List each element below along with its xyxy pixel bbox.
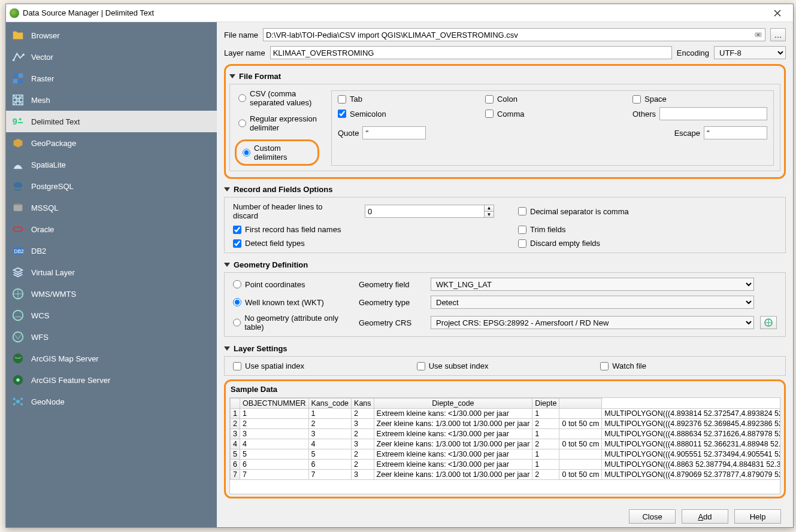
clear-filename-button[interactable] <box>753 30 763 39</box>
cb-spatial-index[interactable]: Use spatial index <box>233 361 412 370</box>
layer-name-input[interactable] <box>270 46 672 59</box>
table-row[interactable]: 1112Extreem kleine kans: <1/30.000 per j… <box>231 409 781 419</box>
select-crs-button[interactable] <box>760 316 777 329</box>
table-row[interactable]: 3332Extreem kleine kans: <1/30.000 per j… <box>231 429 781 439</box>
geom-field-combo[interactable]: WKT_LNG_LAT <box>431 278 754 291</box>
cb-subset-index[interactable]: Use subset index <box>417 361 596 370</box>
geometry-toggle[interactable]: Geometry Definition <box>224 258 786 271</box>
row-number: 4 <box>231 439 240 449</box>
table-cell: Zeer kleine kans: 1/3.000 tot 1/30.000 p… <box>374 419 532 429</box>
arcgis-map-icon <box>11 351 25 366</box>
row-number: 3 <box>231 429 240 439</box>
quote-input[interactable] <box>362 126 426 139</box>
sidebar-item-postgresql[interactable]: PostgreSQL <box>6 175 217 197</box>
cb-tab[interactable]: Tab <box>338 95 476 104</box>
table-header[interactable]: Diepte <box>532 399 559 409</box>
cb-decimal-comma[interactable]: Decimal separator is comma <box>518 207 779 216</box>
file-format-panel: CSV (comma separated values) Regular exp… <box>229 84 780 171</box>
table-header[interactable] <box>231 399 240 409</box>
record-toggle[interactable]: Record and Fields Options <box>224 183 786 196</box>
sidebar-item-delimited-text[interactable]: 9 Delimited Text <box>6 111 217 132</box>
table-cell: 2 <box>532 470 559 480</box>
spin-up-icon[interactable]: ▲ <box>485 205 494 212</box>
sidebar-item-mesh[interactable]: Mesh <box>6 89 217 111</box>
cb-first-record[interactable]: First record has field names <box>233 225 494 234</box>
table-row[interactable]: 5552Extreem kleine kans: <1/30.000 per j… <box>231 449 781 460</box>
sidebar-item-oracle[interactable]: Oracle <box>6 218 217 240</box>
table-cell: MULTIPOLYGON(((4.888634 52.371626,4.8879… <box>602 429 780 439</box>
radio-wkt[interactable]: Well known text (WKT) <box>233 298 353 307</box>
sidebar-item-spatialite[interactable]: SpatiaLite <box>6 154 217 175</box>
table-row[interactable]: 2223Zeer kleine kans: 1/3.000 tot 1/30.0… <box>231 419 781 429</box>
sidebar-item-mssql[interactable]: MSSQL <box>6 197 217 218</box>
cb-semicolon[interactable]: Semicolon <box>338 110 476 118</box>
close-button[interactable] <box>765 4 789 22</box>
geom-crs-combo[interactable]: Project CRS: EPSG:28992 - Amersfoort / R… <box>431 316 754 329</box>
arcgis-feature-icon <box>11 373 25 387</box>
layer-name-row: Layer name Encoding UTF-8 <box>224 46 786 59</box>
radio-custom[interactable]: Custom delimiters <box>243 144 311 162</box>
sidebar-item-wfs[interactable]: WFS <box>6 326 217 348</box>
sidebar-item-db2[interactable]: DB2 DB2 <box>6 240 217 262</box>
table-header[interactable]: Kans_code <box>308 399 352 409</box>
sidebar-item-virtual-layer[interactable]: Virtual Layer <box>6 262 217 283</box>
browse-button[interactable]: … <box>770 28 786 41</box>
radio-csv[interactable]: CSV (comma separated values) <box>238 89 319 107</box>
table-cell: Extreem kleine kans: <1/30.000 per jaar <box>374 429 532 439</box>
geom-field-label: Geometry field <box>359 280 425 289</box>
sidebar-item-vector[interactable]: Vector <box>6 46 217 68</box>
cb-comma[interactable]: Comma <box>485 110 623 118</box>
table-cell: 0 tot 50 cm <box>559 439 602 449</box>
file-format-toggle[interactable]: File Format <box>229 69 780 83</box>
sample-table-scroll[interactable]: OBJECTNUMMERKans_codeKansDiepte_codeDiep… <box>229 397 780 494</box>
add-button[interactable]: Add <box>682 509 728 524</box>
wfs-icon <box>11 330 25 344</box>
geom-type-combo[interactable]: Detect <box>431 296 754 309</box>
row-number: 1 <box>231 409 240 419</box>
mssql-icon <box>11 200 25 215</box>
cb-watch-file[interactable]: Watch file <box>600 361 779 370</box>
header-lines-input[interactable] <box>365 205 485 218</box>
radio-no-geom[interactable]: No geometry (attribute only table) <box>233 314 353 332</box>
cb-discard-empty[interactable]: Discard empty fields <box>518 239 779 248</box>
table-header[interactable] <box>559 399 602 409</box>
sidebar-item-browser[interactable]: Browser <box>6 25 217 46</box>
sidebar-item-geopackage[interactable]: GeoPackage <box>6 132 217 154</box>
file-name-input[interactable] <box>263 28 765 41</box>
layer-settings-section: Layer Settings Use spatial index Use sub… <box>224 342 786 376</box>
sidebar-item-geonode[interactable]: GeoNode <box>6 391 217 412</box>
close-dialog-button[interactable]: Close <box>629 509 676 524</box>
table-cell: 1 <box>240 409 308 419</box>
record-section: Record and Fields Options Number of head… <box>224 183 786 253</box>
table-header[interactable]: OBJECTNUMMER <box>240 399 308 409</box>
sidebar-item-wms-wmts[interactable]: WMS/WMTS <box>6 283 217 305</box>
cb-colon[interactable]: Colon <box>485 95 623 104</box>
radio-point[interactable]: Point coordinates <box>233 280 353 289</box>
sidebar-item-arcgis-map-server[interactable]: ArcGIS Map Server <box>6 348 217 369</box>
svg-text:9: 9 <box>13 117 17 126</box>
table-cell: 2 <box>352 460 374 470</box>
geometry-title: Geometry Definition <box>234 260 308 269</box>
radio-regex[interactable]: Regular expression delimiter <box>238 114 319 132</box>
cb-detect[interactable]: Detect field types <box>233 239 494 248</box>
header-lines-spin[interactable]: ▲▼ <box>365 205 494 218</box>
sidebar-item-raster[interactable]: Raster <box>6 68 217 89</box>
help-button[interactable]: Help <box>734 509 781 524</box>
others-input[interactable] <box>659 107 767 120</box>
wcs-icon <box>11 308 25 323</box>
table-row[interactable]: 6662Extreem kleine kans: <1/30.000 per j… <box>231 460 781 470</box>
cb-space[interactable]: Space <box>632 95 767 104</box>
sidebar-item-arcgis-feature-server[interactable]: ArcGIS Feature Server <box>6 369 217 391</box>
sidebar-item-label: Oracle <box>31 225 54 234</box>
table-row[interactable]: 4443Zeer kleine kans: 1/3.000 tot 1/30.0… <box>231 439 781 449</box>
sidebar-item-wcs[interactable]: WCS <box>6 305 217 326</box>
encoding-combo[interactable]: UTF-8 <box>714 46 786 59</box>
escape-input[interactable] <box>704 126 767 139</box>
table-row[interactable]: 7773Zeer kleine kans: 1/3.000 tot 1/30.0… <box>231 470 781 480</box>
table-cell: 2 <box>352 449 374 460</box>
layer-settings-toggle[interactable]: Layer Settings <box>224 342 786 355</box>
spin-down-icon[interactable]: ▼ <box>485 212 494 218</box>
cb-trim[interactable]: Trim fields <box>518 225 779 234</box>
table-header[interactable]: Diepte_code <box>374 399 532 409</box>
table-header[interactable]: Kans <box>352 399 374 409</box>
